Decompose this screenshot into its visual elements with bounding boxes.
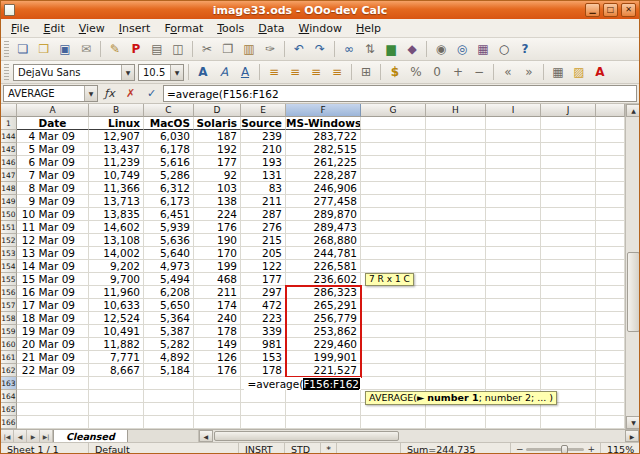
cell-H162[interactable] — [426, 364, 486, 377]
cell-F156[interactable]: 286,323 — [286, 286, 361, 299]
row-header-148[interactable]: 148 — [1, 182, 17, 195]
row-header-146[interactable]: 146 — [1, 156, 17, 169]
column-header-H[interactable]: H — [426, 104, 486, 117]
cell-D161[interactable]: 126 — [194, 351, 241, 364]
cell-H145[interactable] — [426, 143, 486, 156]
cell-E147[interactable]: 131 — [241, 169, 286, 182]
cell-B155[interactable]: 9,700 — [89, 273, 144, 286]
cell-D146[interactable]: 177 — [194, 156, 241, 169]
cell-D151[interactable]: 176 — [194, 221, 241, 234]
cell-D159[interactable]: 178 — [194, 325, 241, 338]
cell-I161[interactable] — [486, 351, 541, 364]
cell-E160[interactable]: 981 — [241, 338, 286, 351]
cell-E153[interactable]: 205 — [241, 247, 286, 260]
cell-H150[interactable] — [426, 208, 486, 221]
cell-F149[interactable]: 277,458 — [286, 195, 361, 208]
cell-E148[interactable]: 83 — [241, 182, 286, 195]
cell-A160[interactable]: 20 Mar 09 — [17, 338, 89, 351]
cell-E158[interactable]: 223 — [241, 312, 286, 325]
cell-H158[interactable] — [426, 312, 486, 325]
zoom-out-icon[interactable]: − — [516, 444, 524, 454]
cell-G158[interactable] — [361, 312, 426, 325]
borders-icon[interactable]: ▦ — [548, 63, 568, 82]
cell-D165[interactable] — [194, 403, 241, 416]
cell-G159[interactable] — [361, 325, 426, 338]
close-button[interactable]: ✕ — [621, 3, 636, 17]
sort-ascending-icon[interactable]: ⇅ — [360, 40, 380, 59]
page-style-indicator[interactable]: Default — [89, 443, 239, 454]
cell-A164[interactable] — [17, 390, 89, 403]
hyperlink-icon[interactable]: ∞ — [339, 40, 359, 59]
save-document-icon[interactable]: ▣ — [55, 40, 75, 59]
column-header-A[interactable]: A — [17, 104, 89, 117]
cell-C157[interactable]: 5,650 — [144, 299, 194, 312]
font-size-combo[interactable]: 10.5 ▼ — [138, 64, 184, 81]
cell-D150[interactable]: 224 — [194, 208, 241, 221]
row-header-165[interactable]: 165 — [1, 403, 17, 416]
cell-I148[interactable] — [486, 182, 541, 195]
cell-A161[interactable]: 21 Mar 09 — [17, 351, 89, 364]
row-header-153[interactable]: 153 — [1, 247, 17, 260]
document-as-email-icon[interactable]: ✉ — [76, 40, 96, 59]
column-header-E[interactable]: E — [241, 104, 286, 117]
cell-C154[interactable]: 4,973 — [144, 260, 194, 273]
cell-I160[interactable] — [486, 338, 541, 351]
row-header-144[interactable]: 144 — [1, 130, 17, 143]
cell-E144[interactable]: 239 — [241, 130, 286, 143]
cell-J157[interactable] — [541, 299, 596, 312]
scroll-up-icon[interactable]: ▲ — [626, 104, 640, 117]
name-box[interactable]: AVERAGE ▼ — [3, 85, 98, 102]
align-right-icon[interactable]: ≡ — [306, 63, 326, 82]
vertical-scroll-thumb[interactable] — [627, 252, 640, 332]
row-header-154[interactable]: 154 — [1, 260, 17, 273]
cell-F147[interactable]: 228,287 — [286, 169, 361, 182]
cell-B148[interactable]: 11,366 — [89, 182, 144, 195]
cell-B165[interactable] — [89, 403, 144, 416]
cell-C152[interactable]: 5,636 — [144, 234, 194, 247]
function-wizard-icon[interactable]: ƒx — [100, 85, 119, 102]
chevron-down-icon[interactable]: ▼ — [121, 65, 134, 80]
cell-A146[interactable]: 6 Mar 09 — [17, 156, 89, 169]
cell-F151[interactable]: 289,473 — [286, 221, 361, 234]
number-format-percent-icon[interactable]: % — [406, 63, 426, 82]
chevron-down-icon[interactable]: ▼ — [84, 86, 97, 101]
horizontal-scroll-track[interactable] — [213, 430, 625, 442]
cell-G157[interactable] — [361, 299, 426, 312]
cell-J156[interactable] — [541, 286, 596, 299]
cell-D160[interactable]: 149 — [194, 338, 241, 351]
minimize-button[interactable]: ▁ — [585, 3, 600, 17]
horizontal-scroll-thumb[interactable] — [214, 431, 400, 441]
cell-H155[interactable] — [426, 273, 486, 286]
cell-H146[interactable] — [426, 156, 486, 169]
cell-I147[interactable] — [486, 169, 541, 182]
row-header-1[interactable]: 1 — [1, 117, 17, 130]
horizontal-scrollbar[interactable]: ◀ ▶ — [198, 430, 639, 442]
cell-D144[interactable]: 187 — [194, 130, 241, 143]
cell-F162[interactable]: 221,527 — [286, 364, 361, 377]
cell-B147[interactable]: 10,749 — [89, 169, 144, 182]
cell-B152[interactable]: 13,108 — [89, 234, 144, 247]
redo-icon[interactable]: ↷ — [310, 40, 330, 59]
zoom-in-icon[interactable]: + — [587, 444, 595, 454]
cell-H147[interactable] — [426, 169, 486, 182]
zoom-icon[interactable]: ○ — [494, 40, 514, 59]
align-left-icon[interactable]: ≡ — [264, 63, 284, 82]
cell-I145[interactable] — [486, 143, 541, 156]
cell-A1[interactable]: Date — [17, 117, 89, 130]
cell-A158[interactable]: 18 Mar 09 — [17, 312, 89, 325]
cell-I146[interactable] — [486, 156, 541, 169]
cell-A149[interactable]: 9 Mar 09 — [17, 195, 89, 208]
zoom-thumb[interactable] — [561, 445, 568, 454]
cell-D149[interactable]: 138 — [194, 195, 241, 208]
cell-G162[interactable] — [361, 364, 426, 377]
cell-G144[interactable] — [361, 130, 426, 143]
delete-decimal-place-icon[interactable]: − — [469, 63, 489, 82]
cell-C144[interactable]: 6,030 — [144, 130, 194, 143]
cell-H157[interactable] — [426, 299, 486, 312]
cell-B166[interactable] — [89, 416, 144, 429]
cell-C163[interactable] — [144, 377, 194, 390]
cell-G147[interactable] — [361, 169, 426, 182]
cell-A163[interactable] — [17, 377, 89, 390]
cell-F154[interactable]: 226,581 — [286, 260, 361, 273]
zoom-track[interactable] — [526, 448, 584, 451]
